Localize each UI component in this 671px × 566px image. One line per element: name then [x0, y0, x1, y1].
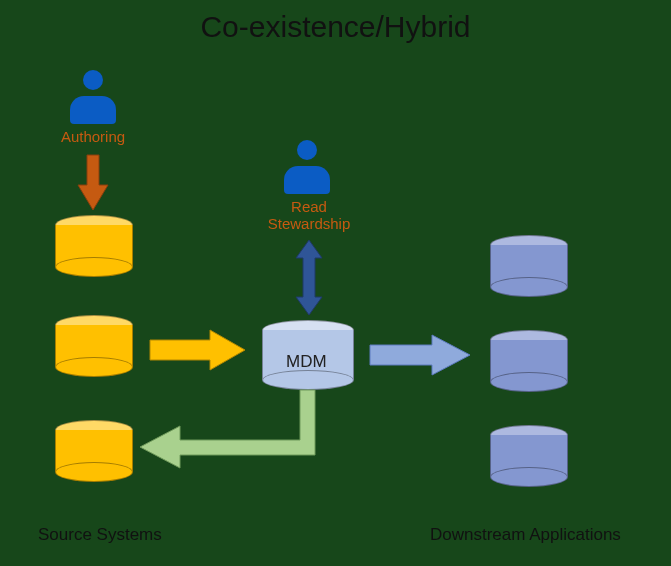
arrow-mdm-to-downstream [370, 335, 470, 375]
arrow-bidir-steward-mdm [296, 240, 322, 315]
source-cylinder-3 [55, 420, 133, 482]
source-cylinder-2 [55, 315, 133, 377]
svg-marker-3 [370, 335, 470, 375]
authoring-label: Authoring [58, 128, 128, 145]
downstream-cylinder-2 [490, 330, 568, 392]
arrow-source-to-mdm [150, 330, 245, 370]
downstream-cylinder-1 [490, 235, 568, 297]
svg-marker-2 [296, 240, 322, 315]
source-systems-label: Source Systems [38, 525, 162, 545]
arrow-mdm-feedback [140, 390, 315, 470]
source-cylinder-1 [55, 215, 133, 277]
mdm-label: MDM [286, 352, 327, 372]
authoring-user-icon [70, 70, 116, 124]
page-title: Co-existence/Hybrid [0, 10, 671, 44]
read-stewardship-label: Read Stewardship [266, 198, 352, 233]
read-steward-user-icon [284, 140, 330, 194]
arrow-authoring-down [78, 155, 108, 210]
svg-marker-1 [150, 330, 245, 370]
downstream-cylinder-3 [490, 425, 568, 487]
svg-marker-0 [78, 155, 108, 210]
downstream-label: Downstream Applications [430, 525, 621, 545]
